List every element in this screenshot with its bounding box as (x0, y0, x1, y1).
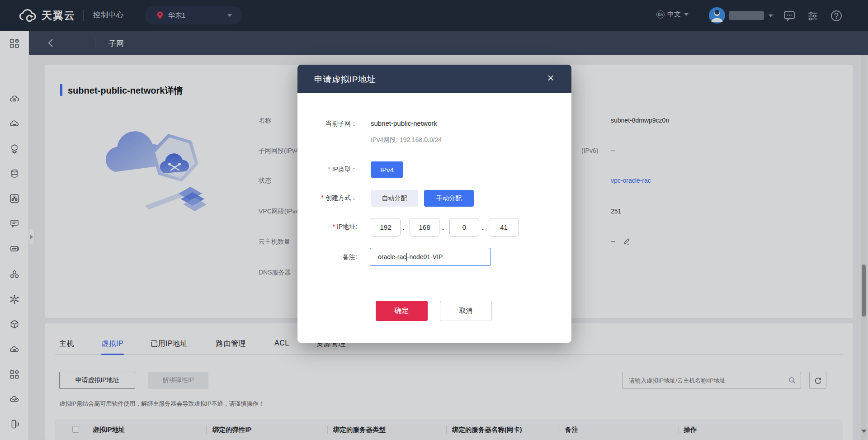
current-subnet-label: 当前子网： (297, 120, 357, 128)
required-asterisk: * (332, 223, 335, 230)
remark-text-after-cursor: -node01-VIP (407, 253, 443, 260)
remark-input[interactable]: oracle-rac-node01-VIP (370, 248, 491, 266)
remark-label: 备注: (297, 253, 357, 261)
ip-address-label: *IP地址: (297, 223, 357, 231)
required-asterisk: * (321, 194, 324, 201)
mode-manual-button[interactable]: 手动分配 (424, 190, 474, 207)
ip-dot-separator: . (482, 224, 484, 232)
ip-octet-4-input[interactable] (489, 218, 519, 237)
mode-auto-button[interactable]: 自动分配 (371, 190, 418, 207)
ip-dot-separator: . (403, 224, 405, 232)
apply-vip-modal: 申请虚拟IP地址 × 当前子网： subnet-public-network I… (297, 65, 571, 343)
create-mode-label: *创建方式： (297, 194, 357, 202)
ip-octet-2-input[interactable] (410, 218, 439, 237)
ip-type-label: *IP类型： (297, 166, 357, 174)
remark-text-before-cursor: oracle-rac (378, 253, 406, 260)
close-icon[interactable]: × (543, 71, 558, 85)
modal-header: 申请虚拟IP地址 × (297, 65, 571, 93)
modal-title: 申请虚拟IP地址 (314, 74, 376, 85)
ipv4-cidr-value: IPv4网段: 192.168.0.0/24 (371, 136, 442, 144)
current-subnet-value: subnet-public-network (371, 119, 437, 127)
cancel-button[interactable]: 取消 (440, 301, 492, 321)
confirm-button[interactable]: 确定 (376, 301, 428, 321)
screen: 天翼云 控制中心 华东1 En中文 (0, 0, 868, 440)
required-asterisk: * (328, 166, 330, 173)
ip-octet-3-input[interactable] (449, 218, 479, 237)
ip-type-ipv4-button[interactable]: IPv4 (371, 161, 403, 178)
ip-octet-1-input[interactable] (371, 218, 401, 237)
ip-dot-separator: . (442, 224, 444, 232)
